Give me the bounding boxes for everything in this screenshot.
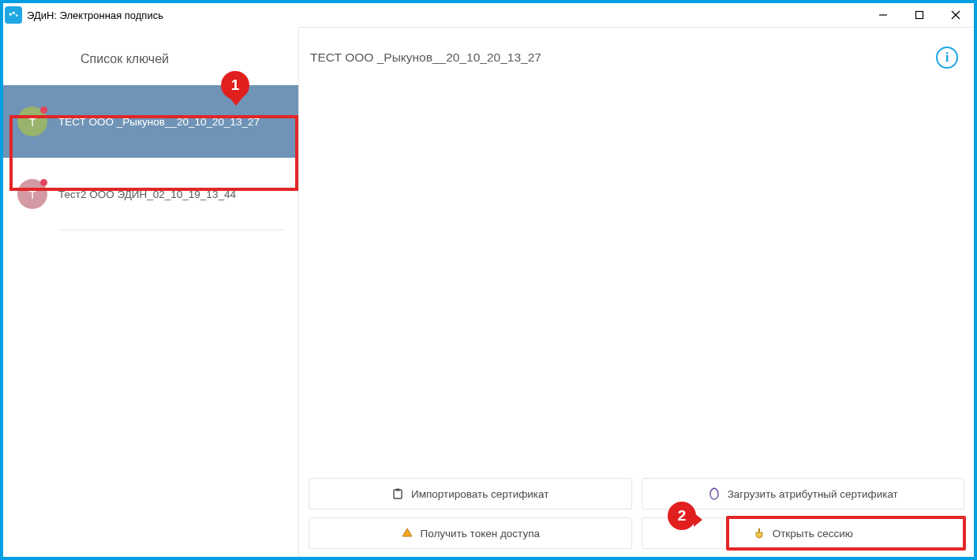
info-button[interactable]: i xyxy=(936,47,958,69)
button-label: Открыть сессию xyxy=(773,528,853,539)
svg-rect-4 xyxy=(916,12,923,19)
window-controls xyxy=(865,3,974,27)
close-button[interactable] xyxy=(938,3,974,27)
svg-rect-7 xyxy=(394,490,402,498)
key-list-item-1[interactable]: Т Тест2 ООО ЭДИН_02_10_19_13_44 xyxy=(3,158,298,230)
svg-rect-9 xyxy=(758,528,760,532)
status-dot-icon xyxy=(40,179,47,186)
main-panel: ТЕСТ ООО _Рыкунов__20_10_20_13_27 i Импо… xyxy=(298,27,974,557)
get-access-token-button[interactable]: Получить токен доступа xyxy=(309,517,632,549)
clipboard-icon xyxy=(391,487,404,500)
titlebar-left: ЭДиН: Электронная подпись xyxy=(5,6,163,24)
key-list-item-0[interactable]: Т ТЕСТ ООО _Рыкунов__20_10_20_13_27 xyxy=(3,85,298,158)
token-icon xyxy=(401,527,414,539)
main-header: ТЕСТ ООО _Рыкунов__20_10_20_13_27 i xyxy=(299,28,974,84)
session-icon xyxy=(753,527,766,539)
import-certificate-button[interactable]: Импортировать сертификат xyxy=(309,478,632,510)
callout-number: 1 xyxy=(231,77,240,94)
button-label: Загрузить атрибутный сертификат xyxy=(728,488,898,500)
annotation-callout-2: 2 xyxy=(668,502,696,530)
sidebar-header: Список ключей xyxy=(13,33,237,85)
callout-number: 2 xyxy=(678,507,687,525)
status-dot-icon xyxy=(40,106,47,114)
maximize-button[interactable] xyxy=(901,3,938,27)
document-icon xyxy=(708,487,721,500)
svg-rect-1 xyxy=(13,12,15,14)
svg-rect-0 xyxy=(9,13,12,16)
avatar: Т xyxy=(17,106,47,136)
key-label: ТЕСТ ООО _Рыкунов__20_10_20_13_27 xyxy=(58,116,260,128)
minimize-button[interactable] xyxy=(865,3,901,27)
button-label: Импортировать сертификат xyxy=(411,488,548,500)
svg-rect-8 xyxy=(396,489,400,491)
titlebar: ЭДиН: Электронная подпись xyxy=(3,3,974,27)
key-label: Тест2 ООО ЭДИН_02_10_19_13_44 xyxy=(58,189,236,200)
footer-wrap: Импортировать сертификат Загрузить атриб… xyxy=(299,472,974,557)
app-window: ЭДиН: Электронная подпись Список ключей … xyxy=(0,0,977,560)
avatar-letter: Т xyxy=(28,188,36,201)
action-bar: Импортировать сертификат Загрузить атриб… xyxy=(299,472,974,557)
svg-rect-2 xyxy=(16,14,17,16)
content: Список ключей Т ТЕСТ ООО _Рыкунов__20_10… xyxy=(3,27,974,557)
info-icon: i xyxy=(945,50,949,65)
button-label: Получить токен доступа xyxy=(421,528,540,539)
app-icon xyxy=(5,6,22,24)
main-title: ТЕСТ ООО _Рыкунов__20_10_20_13_27 xyxy=(310,50,541,65)
sidebar: Список ключей Т ТЕСТ ООО _Рыкунов__20_10… xyxy=(3,27,298,557)
avatar: Т xyxy=(17,179,47,209)
avatar-letter: Т xyxy=(28,115,36,129)
main-body xyxy=(299,84,974,472)
window-title: ЭДиН: Электронная подпись xyxy=(27,9,163,21)
annotation-callout-1: 1 xyxy=(221,71,249,99)
